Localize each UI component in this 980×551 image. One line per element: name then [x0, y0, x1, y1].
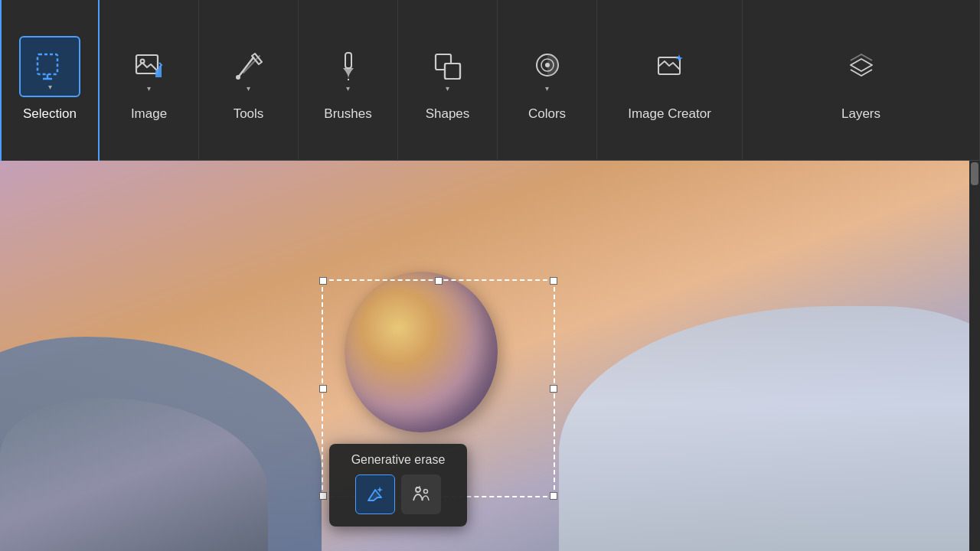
toolbar: ▾ Selection ▾ Image ▾	[0, 0, 980, 161]
svg-point-17	[416, 487, 420, 492]
image-chevron: ▾	[147, 84, 151, 93]
toolbar-item-colors[interactable]: ▾ Colors	[498, 0, 597, 161]
image-icon-wrapper: ▾	[119, 36, 180, 97]
tools-icon-wrapper: ▾	[218, 36, 279, 97]
svg-line-20	[416, 487, 417, 488]
svg-point-18	[424, 490, 428, 494]
generative-fill-button[interactable]	[401, 474, 441, 514]
hill-back-right	[559, 306, 980, 551]
selection-icon	[33, 50, 67, 83]
svg-point-15	[545, 63, 550, 67]
tools-chevron: ▾	[247, 84, 250, 93]
colors-chevron: ▾	[545, 84, 549, 93]
brushes-chevron: ▾	[346, 84, 350, 93]
svg-line-5	[238, 57, 253, 77]
image-icon	[132, 50, 166, 83]
layers-label: Layers	[841, 106, 880, 122]
selection-icon-wrapper: ▾	[19, 36, 80, 97]
shapes-icon-wrapper: ▾	[417, 36, 479, 97]
tooltip-label: Generative erase	[351, 453, 446, 467]
layers-icon	[844, 50, 878, 83]
tools-label: Tools	[234, 106, 264, 122]
svg-point-4	[140, 59, 144, 63]
svg-rect-11	[445, 64, 460, 79]
tooltip-action-buttons	[355, 474, 441, 514]
tools-icon	[232, 50, 266, 83]
brushes-icon-wrapper: ▾	[318, 36, 379, 97]
svg-rect-0	[38, 54, 57, 74]
generative-fill-icon	[410, 484, 432, 505]
image-creator-icon-wrapper	[639, 36, 701, 97]
shapes-icon	[431, 50, 465, 83]
image-label: Image	[131, 106, 167, 122]
toolbar-item-shapes[interactable]: ▾ Shapes	[398, 0, 498, 161]
brushes-label: Brushes	[324, 106, 371, 122]
toolbar-item-layers[interactable]: Layers	[743, 0, 980, 161]
toolbar-item-image[interactable]: ▾ Image	[100, 0, 199, 161]
canvas-area: Generative erase	[0, 161, 980, 551]
sphere-object	[345, 272, 498, 432]
colors-icon-wrapper: ▾	[517, 36, 578, 97]
scrollbar[interactable]	[969, 161, 980, 551]
shapes-chevron: ▾	[446, 84, 449, 93]
image-creator-label: Image Creator	[628, 106, 711, 122]
generative-erase-tooltip: Generative erase	[329, 444, 467, 527]
generative-erase-icon	[364, 484, 386, 505]
shapes-label: Shapes	[426, 106, 470, 122]
svg-rect-8	[345, 53, 351, 68]
colors-icon	[531, 50, 564, 83]
generative-erase-button[interactable]	[355, 474, 395, 514]
scrollbar-thumb[interactable]	[971, 162, 978, 185]
toolbar-item-selection[interactable]: ▾ Selection	[0, 0, 100, 161]
toolbar-item-tools[interactable]: ▾ Tools	[199, 0, 299, 161]
toolbar-item-brushes[interactable]: ▾ Brushes	[299, 0, 398, 161]
brushes-icon	[332, 50, 365, 83]
svg-point-6	[236, 75, 240, 80]
layers-icon-wrapper	[831, 36, 892, 97]
toolbar-item-image-creator[interactable]: Image Creator	[597, 0, 743, 161]
image-creator-icon	[653, 50, 687, 83]
colors-label: Colors	[528, 106, 566, 122]
selection-label: Selection	[23, 106, 77, 122]
selection-chevron: ▾	[48, 83, 52, 91]
